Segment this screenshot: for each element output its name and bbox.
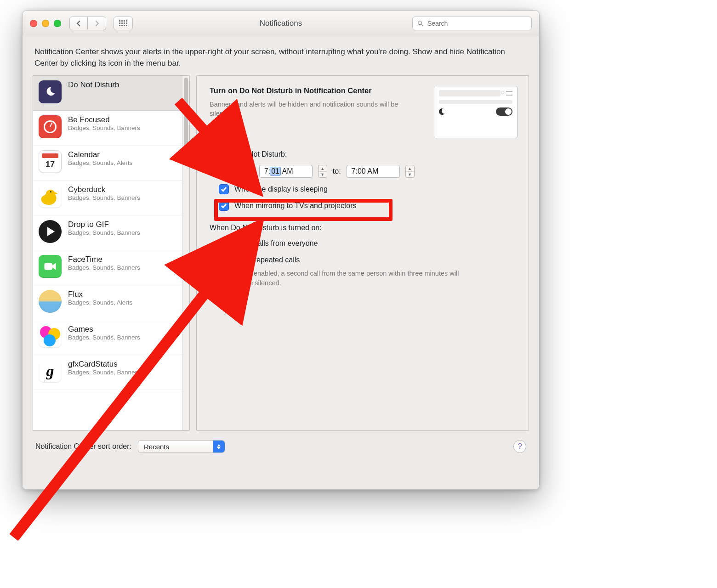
facetime-icon	[39, 255, 62, 278]
allow-everyone-row: Allow calls from everyone	[210, 238, 518, 249]
search-icon	[501, 90, 506, 96]
app-list-item[interactable]: Drop to GIFBadges, Sounds, Banners	[33, 215, 182, 250]
g-icon: g	[39, 360, 62, 383]
chevron-right-icon	[94, 20, 100, 27]
chevron-left-icon	[75, 20, 82, 27]
app-name: Flux	[68, 290, 132, 299]
from-row: From: 7:01 AM ▲▼ to: 7:00 AM ▲▼	[210, 165, 518, 178]
search-input[interactable]	[427, 20, 527, 27]
app-sub: Badges, Sounds, Banners	[68, 124, 140, 131]
mirroring-row: When mirroring to TVs and projectors	[210, 201, 518, 211]
app-list-item[interactable]: Be FocusedBadges, Sounds, Banners	[33, 111, 182, 146]
to-label: to:	[333, 167, 341, 175]
search-icon	[417, 20, 424, 27]
app-name: Be Focused	[68, 115, 140, 124]
sort-order-select[interactable]: Recents	[138, 440, 225, 453]
svg-line-5	[504, 94, 505, 95]
app-sub: Badges, Sounds, Banners	[68, 334, 140, 341]
app-list-item[interactable]: FaceTimeBadges, Sounds, Banners	[33, 250, 182, 285]
svg-point-2	[50, 191, 51, 192]
chevrons-up-down-icon	[213, 441, 225, 452]
check-icon	[221, 186, 227, 192]
scrollbar-thumb[interactable]	[184, 78, 188, 165]
titlebar: Notifications	[23, 11, 539, 36]
detail-subheading: Banners and alerts will be hidden and no…	[210, 100, 426, 119]
show-all-prefpanes-button[interactable]	[114, 17, 133, 30]
when-on-label: When Do Not Disturb is turned on:	[210, 224, 518, 232]
mirroring-checkbox[interactable]	[219, 201, 229, 211]
app-list-item[interactable]: 17CalendarBadges, Sounds, Alerts	[33, 146, 182, 181]
app-list[interactable]: Do Not DisturbBe FocusedBadges, Sounds, …	[33, 75, 190, 431]
zoom-window-button[interactable]	[54, 20, 61, 27]
intro-text: Notification Center shows your alerts in…	[33, 44, 529, 75]
sleeping-label: When the display is sleeping	[234, 185, 328, 193]
drop-icon	[39, 220, 62, 243]
check-icon	[221, 203, 227, 209]
app-name: gfxCardStatus	[68, 360, 140, 369]
sort-order-label: Notification Center sort order:	[35, 442, 131, 451]
allow-everyone-checkbox[interactable]	[219, 238, 229, 249]
befocused-icon	[39, 115, 62, 138]
games-icon	[39, 325, 62, 348]
back-button[interactable]	[69, 17, 88, 30]
app-list-item[interactable]: GamesBadges, Sounds, Banners	[33, 320, 182, 355]
forward-button[interactable]	[88, 17, 106, 30]
app-name: Cyberduck	[68, 185, 140, 194]
calendar-icon: 17	[39, 150, 62, 173]
search-field[interactable]	[412, 17, 532, 30]
moon-icon	[439, 108, 445, 115]
prefs-window: Notifications Notification Center shows …	[22, 10, 540, 490]
app-list-item[interactable]: CyberduckBadges, Sounds, Banners	[33, 181, 182, 215]
list-icon	[506, 91, 512, 96]
app-sub: Badges, Sounds, Banners	[68, 194, 140, 201]
app-sub: Badges, Sounds, Alerts	[68, 159, 132, 166]
app-name: FaceTime	[68, 255, 140, 264]
to-time-field[interactable]: 7:00 AM	[347, 165, 400, 178]
svg-point-4	[501, 91, 504, 94]
app-sub: Badges, Sounds, Banners	[68, 229, 140, 236]
check-icon	[221, 168, 227, 175]
app-name: Do Not Disturb	[68, 80, 119, 90]
app-list-item[interactable]: Do Not Disturb	[33, 76, 182, 111]
app-name: Calendar	[68, 150, 132, 159]
app-list-item[interactable]: ggfxCardStatusBadges, Sounds, Banners	[33, 355, 182, 390]
svg-line-1	[421, 24, 423, 25]
app-sub: Badges, Sounds, Banners	[68, 369, 140, 376]
from-checkbox[interactable]	[219, 166, 229, 176]
grid-icon	[119, 20, 127, 26]
minimize-window-button[interactable]	[42, 20, 49, 27]
app-sub: Badges, Sounds, Alerts	[68, 299, 132, 306]
allow-repeated-row: Allow repeated calls	[210, 255, 518, 265]
svg-point-0	[418, 21, 422, 24]
to-time-stepper[interactable]: ▲▼	[405, 165, 415, 178]
mirroring-label: When mirroring to TVs and projectors	[234, 202, 357, 210]
flux-icon	[39, 290, 62, 313]
detail-panel: Turn on Do Not Disturb in Notification C…	[196, 75, 529, 431]
app-list-item[interactable]: FluxBadges, Sounds, Alerts	[33, 285, 182, 320]
sort-order-value: Recents	[144, 443, 169, 451]
svg-rect-3	[45, 263, 53, 270]
from-time-field[interactable]: 7:01 AM	[259, 165, 313, 178]
duck-icon	[39, 185, 62, 208]
app-name: Drop to GIF	[68, 220, 140, 229]
app-name: Games	[68, 325, 140, 334]
scrollbar-track[interactable]	[182, 76, 189, 430]
allow-repeated-checkbox[interactable]	[219, 255, 229, 265]
help-button[interactable]: ?	[513, 440, 526, 453]
detail-heading: Turn on Do Not Disturb in Notification C…	[210, 86, 426, 96]
dnd-icon	[39, 80, 62, 103]
sleeping-row: When the display is sleeping	[210, 184, 518, 194]
switch-icon	[496, 107, 512, 116]
from-time-stepper[interactable]: ▲▼	[318, 165, 327, 178]
sleeping-checkbox[interactable]	[219, 184, 229, 194]
turn-on-label: Turn on Do Not Disturb:	[210, 150, 518, 158]
from-label: From:	[234, 167, 254, 175]
allow-repeated-label: Allow repeated calls	[234, 256, 300, 264]
allow-everyone-label: Allow calls from everyone	[234, 239, 318, 248]
close-window-button[interactable]	[30, 20, 37, 27]
app-sub: Badges, Sounds, Banners	[68, 264, 140, 271]
repeated-note: When enabled, a second call from the sam…	[210, 269, 467, 288]
notification-center-preview	[434, 86, 518, 138]
